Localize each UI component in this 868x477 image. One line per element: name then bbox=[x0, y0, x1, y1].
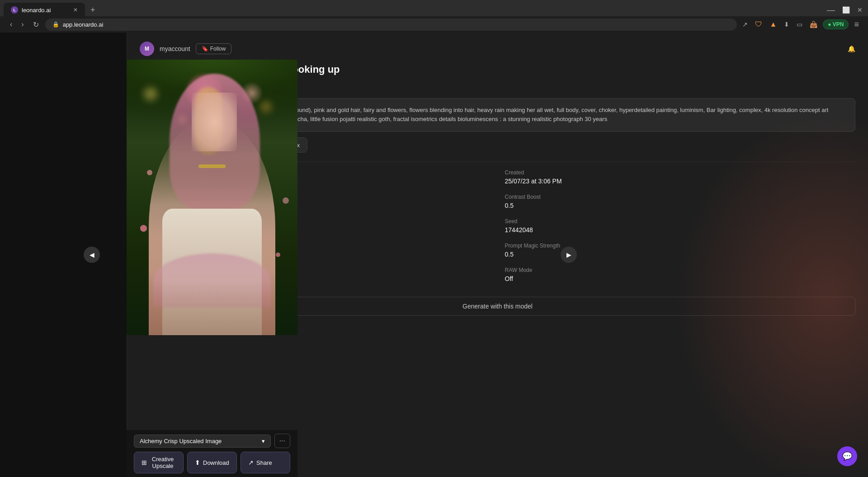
chat-icon: 💬 bbox=[842, 451, 852, 461]
notification-bell-icon[interactable]: 🔔 bbox=[848, 45, 855, 52]
brave-shield-button[interactable]: 🛡 bbox=[753, 19, 764, 30]
close-window-button[interactable]: ✕ bbox=[855, 5, 864, 15]
contrast-boost-label: Contrast Boost bbox=[505, 194, 856, 200]
raw-mode-value: Off bbox=[505, 275, 856, 282]
active-tab[interactable]: L leonardo.ai ✕ bbox=[4, 3, 85, 17]
lock-icon: 🔒 bbox=[52, 21, 59, 28]
image-type-label: Alchemy Crisp Upscaled Image bbox=[140, 438, 222, 444]
image-controls-bar: Alchemy Crisp Upscaled Image ▾ ··· ⊞ Cre… bbox=[127, 430, 297, 477]
tab-close-button[interactable]: ✕ bbox=[73, 7, 78, 13]
image-selector-row: Alchemy Crisp Upscaled Image ▾ ··· bbox=[134, 434, 290, 448]
vpn-badge[interactable]: ● VPN bbox=[823, 19, 849, 29]
dropdown-chevron-icon: ▾ bbox=[262, 438, 265, 444]
bokeh-3 bbox=[260, 101, 272, 112]
share-button[interactable]: ↗ Share bbox=[241, 452, 290, 473]
wallet-button[interactable]: 👜 bbox=[808, 19, 819, 30]
share-icon: ↗ bbox=[248, 459, 254, 466]
tab-bar: L leonardo.ai ✕ + — ⬜ ✕ bbox=[0, 0, 868, 16]
raw-mode-item: RAW Mode Off bbox=[505, 267, 856, 282]
prompt-magic-strength-value: 0.5 bbox=[505, 251, 856, 258]
prompt-magic-strength-item: Prompt Magic Strength 0.5 bbox=[505, 243, 856, 258]
brave-rewards-button[interactable]: ▲ bbox=[768, 19, 778, 30]
left-arrow-icon: ◀ bbox=[90, 251, 94, 258]
user-avatar: M bbox=[140, 42, 154, 56]
tab-search-button[interactable]: ⬇ bbox=[782, 19, 791, 30]
tab-favicon: L bbox=[11, 6, 18, 14]
restore-window-button[interactable]: ⬜ bbox=[840, 5, 852, 15]
avatar-initials: M bbox=[145, 46, 149, 52]
next-image-button[interactable]: ▶ bbox=[561, 247, 577, 263]
bookmark-icon: 🔖 bbox=[202, 46, 208, 52]
seed-label: Seed bbox=[505, 218, 856, 224]
ellipsis-icon: ··· bbox=[279, 437, 285, 444]
minimize-window-button[interactable]: — bbox=[825, 4, 837, 17]
browser-chrome: L leonardo.ai ✕ + — ⬜ ✕ ‹ › ↻ 🔒 app.leon… bbox=[0, 0, 868, 33]
address-bar[interactable]: 🔒 app.leonardo.ai bbox=[45, 19, 737, 31]
follow-label: Follow bbox=[210, 46, 226, 52]
reload-button[interactable]: ↻ bbox=[30, 19, 42, 31]
share-label: Share bbox=[256, 459, 272, 466]
follow-button[interactable]: 🔖 Follow bbox=[196, 43, 232, 54]
creative-upscale-label: Creative Upscale bbox=[150, 456, 176, 469]
face bbox=[192, 93, 237, 151]
necklace bbox=[198, 164, 226, 168]
image-action-buttons: ⊞ Creative Upscale ⬆ Download ↗ Share bbox=[134, 452, 290, 473]
url-text: app.leonardo.ai bbox=[63, 21, 104, 28]
image-type-dropdown[interactable]: Alchemy Crisp Upscaled Image ▾ bbox=[134, 435, 271, 448]
back-button[interactable]: ‹ bbox=[7, 19, 15, 30]
browser-nav-icons: ↗ 🛡 ▲ ⬇ ▭ 👜 ● VPN ≡ bbox=[741, 18, 861, 31]
raw-mode-label: RAW Mode bbox=[505, 267, 856, 273]
forward-button[interactable]: › bbox=[19, 19, 26, 30]
created-value: 25/07/23 at 3:06 PM bbox=[505, 178, 856, 185]
page-content: ◀ bbox=[0, 33, 868, 477]
sidebar-button[interactable]: ▭ bbox=[795, 19, 804, 30]
contrast-boost-item: Contrast Boost 0.5 bbox=[505, 194, 856, 209]
download-button[interactable]: ⬆ Download bbox=[187, 452, 237, 473]
left-sidebar bbox=[0, 33, 127, 477]
bokeh-1 bbox=[144, 87, 157, 101]
image-options-button[interactable]: ··· bbox=[274, 434, 290, 448]
prompt-magic-strength-label: Prompt Magic Strength bbox=[505, 243, 856, 249]
username-text: myaccount bbox=[160, 45, 190, 52]
tab-title: leonardo.ai bbox=[22, 7, 51, 14]
user-bar: M myaccount 🔖 Follow 🔔 bbox=[140, 42, 855, 56]
download-label: Download bbox=[203, 459, 229, 466]
created-label: Created bbox=[505, 169, 856, 176]
main-image-container bbox=[127, 60, 297, 335]
created-item: Created 25/07/23 at 3:06 PM bbox=[505, 169, 856, 185]
share-page-button[interactable]: ↗ bbox=[741, 19, 750, 30]
creative-upscale-button[interactable]: ⊞ Creative Upscale bbox=[134, 452, 184, 473]
prev-image-button[interactable]: ◀ bbox=[84, 247, 100, 263]
download-icon: ⬆ bbox=[195, 459, 200, 466]
petal-4 bbox=[283, 197, 289, 204]
nav-bar: ‹ › ↻ 🔒 app.leonardo.ai ↗ 🛡 ▲ ⬇ ▭ 👜 ● VP… bbox=[0, 16, 868, 33]
chat-support-button[interactable]: 💬 bbox=[837, 446, 857, 466]
new-tab-button[interactable]: + bbox=[87, 4, 99, 17]
shawl bbox=[153, 253, 271, 308]
seed-item: Seed 17442048 bbox=[505, 218, 856, 234]
generate-model-label: Generate with this model bbox=[462, 303, 533, 310]
right-arrow-icon: ▶ bbox=[566, 251, 571, 258]
contrast-boost-value: 0.5 bbox=[505, 202, 856, 209]
creative-upscale-icon: ⊞ bbox=[142, 459, 147, 466]
menu-button[interactable]: ≡ bbox=[852, 18, 861, 31]
seed-value: 17442048 bbox=[505, 226, 856, 234]
